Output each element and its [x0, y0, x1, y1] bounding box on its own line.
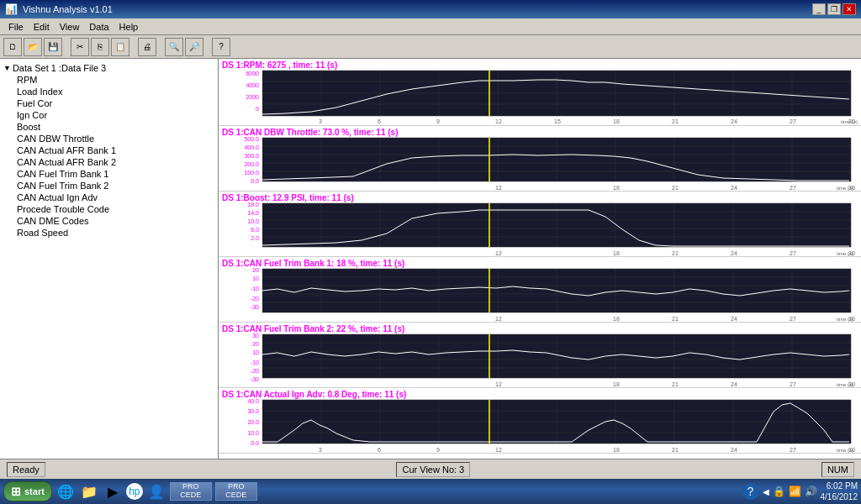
restore-button[interactable]: ❐ — [827, 3, 841, 15]
new-button[interactable]: 🗋 — [3, 38, 22, 56]
clock[interactable]: 6:02 PM 4/16/2012 — [821, 480, 858, 502]
tray-chevron[interactable]: ◀ — [763, 487, 769, 496]
svg-text:24: 24 — [731, 316, 737, 322]
svg-text:9: 9 — [436, 118, 440, 124]
svg-text:6000: 6000 — [246, 71, 259, 76]
sidebar-item-ign-adv[interactable]: CAN Actual Ign Adv — [0, 192, 218, 203]
svg-text:-30: -30 — [251, 376, 259, 382]
help-button[interactable]: ? — [212, 38, 230, 56]
chart-dbw: DS 1:CAN DBW Throttle: 73.0 %, time: 11 … — [219, 126, 861, 192]
window-controls: _ ❐ ✕ — [812, 3, 856, 15]
tray-area: ? ◀ 🔒 📶 🔊 6:02 PM 4/16/2012 — [742, 480, 858, 502]
status-right: NUM — [821, 462, 854, 477]
svg-text:time (s): time (s) — [837, 382, 853, 387]
start-label: start — [24, 486, 45, 496]
sidebar-item-trouble-code[interactable]: Procede Trouble Code — [0, 203, 218, 215]
svg-text:30.0: 30.0 — [247, 408, 259, 414]
chart-fuel-trim-1: DS 1:CAN Fuel Trim Bank 1: 18 %, time: 1… — [219, 257, 861, 323]
save-button[interactable]: 💾 — [44, 38, 62, 56]
svg-text:0.0: 0.0 — [251, 440, 259, 446]
svg-text:12: 12 — [495, 447, 502, 453]
svg-text:500.0: 500.0 — [244, 136, 259, 142]
svg-text:10: 10 — [252, 276, 259, 281]
svg-text:0: 0 — [256, 106, 259, 112]
chart-rpm: DS 1:RPM: 6275 , time: 11 (s) — [219, 59, 861, 126]
sidebar-item-dbw[interactable]: CAN DBW Throttle — [0, 133, 218, 144]
sidebar-item-load-index[interactable]: Load Index — [0, 86, 218, 97]
svg-text:200.0: 200.0 — [244, 161, 259, 167]
svg-text:12: 12 — [495, 250, 502, 256]
person-icon[interactable]: 👤 — [146, 481, 166, 501]
tray-icon3: 🔊 — [805, 486, 817, 497]
chart-ign-adv: DS 1:CAN Actual Ign Adv: 0.8 Deg, time: … — [219, 388, 861, 454]
svg-text:6: 6 — [378, 118, 381, 124]
sidebar-item-afr-bank1[interactable]: CAN Actual AFR Bank 1 — [0, 144, 218, 156]
zoom-out-button[interactable]: 🔎 — [185, 38, 203, 56]
svg-text:10.0: 10.0 — [247, 430, 259, 436]
sidebar-item-road-speed[interactable]: Road Speed — [0, 227, 218, 239]
paste-button[interactable]: 📋 — [111, 38, 129, 56]
sidebar-item-boost[interactable]: Boost — [0, 121, 218, 133]
sidebar-item-rpm[interactable]: RPM — [0, 74, 218, 86]
svg-text:21: 21 — [672, 185, 679, 191]
print-button[interactable]: 🖨 — [138, 38, 156, 56]
cut-button[interactable]: ✂ — [71, 38, 89, 56]
windows-logo: ⊞ — [11, 485, 21, 498]
svg-text:24: 24 — [731, 447, 737, 453]
svg-text:27: 27 — [790, 250, 796, 256]
sidebar-item-dme-codes[interactable]: CAN DME Codes — [0, 215, 218, 227]
svg-text:3: 3 — [319, 118, 322, 124]
open-button[interactable]: 📂 — [24, 38, 42, 56]
chart-rpm-header: DS 1:RPM: 6275 , time: 11 (s) — [222, 60, 337, 70]
tree-root[interactable]: ▼ Data Set 1 :Data File 3 — [0, 62, 218, 74]
sidebar-item-ign-cor[interactable]: Ign Cor — [0, 109, 218, 121]
menu-data[interactable]: Data — [84, 21, 114, 33]
ie-icon[interactable]: 🌐 — [55, 481, 76, 501]
minimize-button[interactable]: _ — [812, 3, 826, 15]
svg-text:24: 24 — [731, 381, 737, 387]
svg-text:15: 15 — [554, 118, 561, 124]
menu-file[interactable]: File — [3, 21, 29, 33]
svg-text:12: 12 — [495, 381, 502, 387]
menu-help[interactable]: Help — [114, 21, 144, 33]
title-text: 📊 Vishnu Analysis v1.01 — [5, 3, 113, 15]
svg-text:-30: -30 — [251, 304, 259, 310]
sidebar-item-fuel-trim-1[interactable]: CAN Fuel Trim Bank 1 — [0, 168, 218, 180]
svg-text:21: 21 — [672, 118, 679, 124]
svg-text:20: 20 — [252, 267, 259, 273]
toolbar: 🗋 📂 💾 ✂ ⎘ 📋 🖨 🔍 🔎 ? — [0, 35, 861, 59]
svg-text:27: 27 — [790, 316, 796, 322]
tray-icon2: 📶 — [789, 486, 801, 497]
status-center: Cur View No: 3 — [396, 462, 470, 477]
title-bar: 📊 Vishnu Analysis v1.01 _ ❐ ✕ — [0, 0, 861, 18]
svg-text:time (s): time (s) — [841, 119, 858, 124]
svg-text:12: 12 — [495, 185, 502, 191]
procede-btn-2[interactable]: PROCEDE — [215, 482, 257, 501]
explorer-icon[interactable]: 📁 — [79, 481, 99, 501]
svg-text:2.0: 2.0 — [251, 235, 259, 241]
start-button[interactable]: ⊞ start — [3, 481, 52, 501]
svg-text:-10: -10 — [251, 286, 259, 291]
sidebar-item-afr-bank2[interactable]: CAN Actual AFR Bank 2 — [0, 156, 218, 168]
svg-text:27: 27 — [790, 447, 796, 453]
menu-edit[interactable]: Edit — [29, 21, 55, 33]
hp-icon[interactable]: hp — [126, 483, 143, 500]
svg-text:4000: 4000 — [246, 82, 259, 88]
procede-btn-1[interactable]: PROCEDE — [170, 482, 212, 501]
sidebar-item-fuel-cor[interactable]: Fuel Cor — [0, 97, 218, 109]
close-button[interactable]: ✕ — [843, 3, 856, 15]
svg-text:0.0: 0.0 — [251, 178, 259, 184]
copy-button[interactable]: ⎘ — [91, 38, 109, 56]
sidebar-item-fuel-trim-2[interactable]: CAN Fuel Trim Bank 2 — [0, 180, 218, 192]
menu-view[interactable]: View — [55, 21, 85, 33]
media-icon[interactable]: ▶ — [103, 481, 123, 501]
zoom-in-button[interactable]: 🔍 — [165, 38, 183, 56]
svg-text:10: 10 — [252, 349, 259, 355]
svg-text:-20: -20 — [251, 296, 259, 302]
svg-text:3: 3 — [319, 447, 322, 453]
procede-label-2: PROCEDE — [225, 483, 246, 500]
status-ready: Ready — [7, 462, 45, 477]
tray-help[interactable]: ? — [742, 483, 759, 500]
svg-text:30: 30 — [252, 333, 259, 339]
svg-text:6: 6 — [378, 447, 381, 453]
